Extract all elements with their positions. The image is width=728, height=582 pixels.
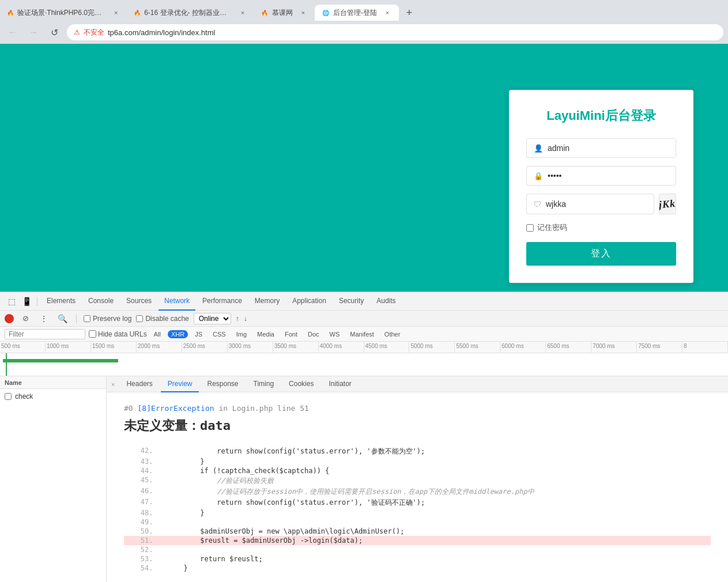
tick-3000: 3000 ms: [228, 342, 273, 353]
right-tab-headers[interactable]: Headers: [119, 376, 159, 392]
filter-toggle[interactable]: ⋮: [37, 312, 51, 326]
right-tab-timing[interactable]: Timing: [247, 376, 281, 392]
preview-content: #0 [8]ErrorException in Login.php line 5…: [107, 392, 728, 582]
code-line-42: 42. return show(config('status.error'), …: [124, 446, 711, 457]
password-field: 🔒: [526, 166, 676, 186]
tick-500: 500 ms: [0, 342, 46, 353]
tab-4-close[interactable]: ×: [383, 8, 392, 17]
network-toolbar: ⊘ ⋮ 🔍 Preserve log Disable cache Online …: [0, 311, 728, 327]
inspect-element-button[interactable]: ⬚: [5, 294, 18, 308]
tab-console[interactable]: Console: [82, 292, 119, 311]
tab-audits[interactable]: Audits: [371, 292, 401, 311]
forward-button[interactable]: →: [25, 24, 42, 40]
tab-elements[interactable]: Elements: [41, 292, 81, 311]
filter-doc-btn[interactable]: Doc: [304, 330, 323, 338]
back-button[interactable]: ←: [5, 24, 21, 40]
tab-2[interactable]: 🔥 6-16 登录优化- 控制器业务代码... ×: [127, 5, 254, 21]
tick-2000: 2000 ms: [137, 342, 182, 353]
address-bar[interactable]: ⚠ 不安全 tp6a.com/admin/login/index.html: [67, 24, 723, 40]
right-tab-preview[interactable]: Preview: [161, 376, 199, 392]
record-button[interactable]: [5, 314, 14, 323]
tab-3-close[interactable]: ×: [299, 8, 308, 17]
tick-4000: 4000 ms: [319, 342, 364, 353]
code-table: 42. return show(config('status.error'), …: [124, 446, 711, 573]
filter-all-btn[interactable]: All: [150, 330, 164, 338]
disable-cache-checkbox[interactable]: [136, 315, 143, 322]
lock-icon: 🔒: [534, 172, 543, 180]
search-button[interactable]: 🔍: [55, 312, 69, 326]
tab-2-close[interactable]: ×: [239, 8, 247, 17]
tab-application[interactable]: Application: [286, 292, 332, 311]
tab-memory[interactable]: Memory: [249, 292, 285, 311]
main-area: LayuiMini后台登录 👤 🔒 🛡 wjKkA: [0, 44, 728, 582]
user-icon: 👤: [534, 144, 543, 153]
split-pane: Name check × Headers Preview: [0, 376, 728, 582]
shield-icon: 🛡: [534, 200, 541, 209]
username-field: 👤: [526, 138, 676, 158]
captcha-image[interactable]: wjKkA: [659, 194, 676, 214]
remember-checkbox[interactable]: [526, 224, 534, 232]
remember-label: 记住密码: [537, 222, 567, 233]
code-line-44: 44. if (!captcha_check($captcha)) {: [124, 466, 711, 475]
tab-3[interactable]: 🔥 慕课网 ×: [254, 5, 315, 21]
right-panel-close[interactable]: ×: [111, 381, 115, 388]
filter-media-btn[interactable]: Media: [254, 330, 278, 338]
tab-4[interactable]: 🌐 后台管理-登陆 ×: [315, 5, 399, 21]
device-toolbar-button[interactable]: 📱: [20, 294, 33, 308]
tick-6000: 6000 ms: [500, 342, 546, 353]
left-pane: Name check: [0, 376, 107, 582]
timeline-bar-area: [0, 353, 728, 376]
tab-performance[interactable]: Performance: [197, 292, 248, 311]
new-tab-button[interactable]: +: [401, 5, 417, 21]
login-title: LayuiMini后台登录: [526, 107, 676, 124]
tab-security[interactable]: Security: [333, 292, 369, 311]
error-class-link[interactable]: [8]ErrorException: [137, 404, 214, 413]
tab-4-title: 后台管理-登陆: [333, 8, 377, 18]
filter-ws-btn[interactable]: WS: [326, 330, 344, 338]
tab-sources[interactable]: Sources: [120, 292, 157, 311]
code-line-54: 54. }: [124, 564, 711, 573]
right-tab-response[interactable]: Response: [200, 376, 245, 392]
right-tab-initiator[interactable]: Initiator: [322, 376, 358, 392]
preserve-log-label[interactable]: Preserve log: [84, 315, 131, 323]
login-button[interactable]: 登入: [526, 242, 676, 266]
hide-data-urls-check[interactable]: Hide data URLs: [89, 330, 147, 338]
tick-1500: 1500 ms: [91, 342, 137, 353]
refresh-button[interactable]: ↺: [46, 24, 62, 40]
filter-js-btn[interactable]: JS: [191, 330, 206, 338]
filter-img-btn[interactable]: Img: [233, 330, 250, 338]
tab-2-title: 6-16 登录优化- 控制器业务代码...: [144, 8, 233, 18]
preserve-log-checkbox[interactable]: [84, 315, 90, 322]
password-input[interactable]: [548, 171, 669, 180]
filter-other-btn[interactable]: Other: [381, 330, 404, 338]
code-line-49: 49.: [124, 517, 711, 527]
hide-data-urls-checkbox[interactable]: [89, 330, 96, 338]
filter-font-btn[interactable]: Font: [281, 330, 301, 338]
tab-1-close[interactable]: ×: [112, 8, 120, 17]
tick-8: 8: [682, 342, 728, 353]
tab-3-favicon: 🔥: [261, 9, 269, 17]
error-variable: data: [200, 418, 231, 433]
tab-1-title: 验证场景·ThinkPHP6.0完全开发...: [17, 8, 106, 18]
code-line-48: 48. }: [124, 508, 711, 517]
filter-manifest-btn[interactable]: Manifest: [346, 330, 378, 338]
tab-network[interactable]: Network: [159, 292, 195, 311]
filter-input[interactable]: [5, 329, 85, 339]
username-input[interactable]: [548, 143, 669, 153]
tick-5500: 5500 ms: [455, 342, 500, 353]
filter-css-btn[interactable]: CSS: [209, 330, 229, 338]
right-tab-cookies[interactable]: Cookies: [282, 376, 320, 392]
captcha-input[interactable]: [546, 199, 647, 209]
upload-icon: ↑: [236, 315, 239, 323]
tick-4500: 4500 ms: [364, 342, 410, 353]
tab-1[interactable]: 🔥 验证场景·ThinkPHP6.0完全开发... ×: [0, 5, 127, 21]
disable-cache-label[interactable]: Disable cache: [136, 315, 188, 323]
clear-button[interactable]: ⊘: [18, 312, 32, 326]
timeline-ruler: 500 ms 1000 ms 1500 ms 2000 ms 2500 ms 3…: [0, 342, 728, 353]
filter-xhr-btn[interactable]: XHR: [168, 330, 188, 338]
throttle-select[interactable]: Online: [194, 313, 231, 324]
request-item-check[interactable]: check: [0, 389, 106, 404]
request-checkbox[interactable]: [5, 393, 12, 400]
timeline-request-bar: [3, 359, 118, 362]
code-line-46: 46. //验证码存放于session中，使用验证码需要开启session，在a…: [124, 486, 711, 497]
